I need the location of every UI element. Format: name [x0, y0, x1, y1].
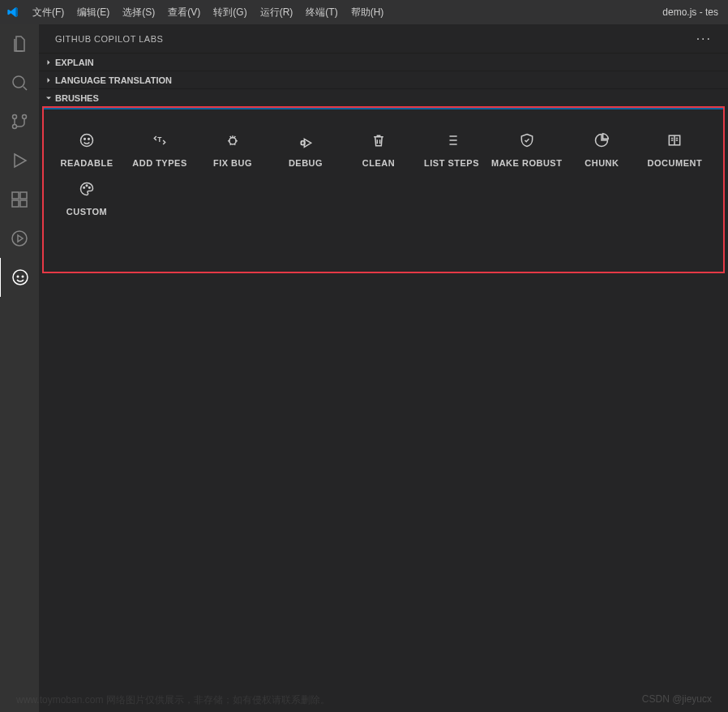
vscode-logo-icon [6, 6, 19, 19]
section-label: EXPLAIN [55, 58, 94, 67]
book-icon [666, 132, 683, 150]
chevron-down-icon [42, 93, 55, 103]
palette-icon [79, 181, 95, 199]
svg-point-9 [13, 270, 28, 285]
bug-icon [225, 132, 241, 150]
svg-point-11 [22, 276, 24, 278]
types-icon: T [152, 132, 168, 150]
svg-rect-6 [20, 200, 27, 207]
title-bar: 文件(F) 编辑(E) 选择(S) 查看(V) 转到(G) 运行(R) 终端(T… [0, 0, 728, 24]
focus-indicator [44, 108, 723, 109]
brush-custom[interactable]: CUSTOM [50, 174, 123, 223]
brush-add-types[interactable]: T ADD TYPES [123, 126, 196, 174]
chevron-right-icon [42, 58, 55, 67]
source-control-icon[interactable] [0, 102, 39, 141]
sidebar-header: GITHUB COPILOT LABS ··· [39, 24, 728, 53]
brush-label: ADD TYPES [132, 158, 186, 168]
brush-label: MAKE ROBUST [491, 158, 562, 168]
window-title: demo.js - tes [662, 6, 722, 18]
svg-point-19 [84, 187, 85, 189]
brush-clean[interactable]: CLEAN [342, 126, 415, 174]
smile-icon [79, 132, 95, 150]
menu-help[interactable]: 帮助(H) [345, 0, 391, 24]
brush-make-robust[interactable]: MAKE ROBUST [488, 126, 565, 174]
brush-document[interactable]: DOCUMENT [638, 126, 711, 174]
svg-point-20 [86, 185, 88, 187]
sidebar-title: GITHUB COPILOT LABS [55, 34, 163, 44]
sidebar: GITHUB COPILOT LABS ··· EXPLAIN LANGUAGE… [39, 24, 728, 712]
svg-point-12 [81, 135, 93, 147]
svg-point-14 [88, 139, 90, 140]
svg-text:T: T [157, 135, 162, 144]
section-explain[interactable]: EXPLAIN [39, 53, 728, 71]
brush-list-steps[interactable]: LIST STEPS [415, 126, 488, 174]
section-brushes[interactable]: BRUSHES [39, 88, 728, 106]
brush-label: LIST STEPS [424, 158, 479, 168]
list-icon [443, 132, 460, 150]
chevron-right-icon [42, 75, 55, 85]
brush-chunk[interactable]: CHUNK [565, 126, 638, 174]
svg-point-3 [13, 125, 17, 129]
more-actions-icon[interactable]: ··· [696, 32, 712, 46]
menu-run[interactable]: 运行(R) [254, 0, 300, 24]
menu-terminal[interactable]: 终端(T) [299, 0, 344, 24]
extensions-icon[interactable] [0, 180, 39, 219]
svg-point-16 [229, 138, 236, 144]
svg-rect-5 [12, 200, 19, 207]
menu-go[interactable]: 转到(G) [207, 0, 253, 24]
menu-view[interactable]: 查看(V) [161, 0, 207, 24]
brush-label: CUSTOM [66, 207, 107, 217]
svg-rect-4 [12, 192, 19, 199]
svg-point-1 [13, 115, 17, 119]
menu-selection[interactable]: 选择(S) [116, 0, 161, 24]
activity-bar [0, 24, 39, 712]
menu-edit[interactable]: 编辑(E) [71, 0, 116, 24]
search-icon[interactable] [0, 63, 39, 102]
run-debug-icon[interactable] [0, 141, 39, 180]
section-label: BRUSHES [55, 93, 99, 103]
brush-label: READABLE [60, 158, 113, 168]
brush-label: DOCUMENT [648, 158, 703, 168]
brush-label: FIX BUG [213, 158, 252, 168]
brush-label: CHUNK [585, 158, 619, 168]
brush-label: CLEAN [362, 158, 395, 168]
brush-debug[interactable]: DEBUG [269, 126, 342, 174]
svg-point-10 [17, 276, 19, 278]
pie-icon [593, 132, 610, 150]
brush-grid: READABLE T ADD TYPES FIX BUG [44, 126, 723, 223]
shield-icon [519, 132, 535, 150]
svg-point-21 [89, 187, 91, 189]
svg-rect-7 [20, 192, 27, 199]
brush-fix-bug[interactable]: FIX BUG [196, 126, 269, 174]
brush-label: DEBUG [289, 158, 323, 168]
menu-file[interactable]: 文件(F) [26, 0, 71, 24]
testing-icon[interactable] [0, 219, 39, 258]
explorer-icon[interactable] [0, 24, 39, 63]
debug-icon [298, 132, 314, 150]
trash-icon [370, 132, 387, 150]
svg-point-2 [23, 115, 27, 119]
copilot-labs-icon[interactable] [0, 258, 38, 297]
brushes-panel: READABLE T ADD TYPES FIX BUG [42, 106, 725, 273]
section-label: LANGUAGE TRANSLATION [55, 75, 172, 85]
brush-readable[interactable]: READABLE [50, 126, 123, 174]
svg-point-13 [84, 139, 86, 140]
svg-point-8 [12, 231, 27, 246]
svg-point-0 [13, 76, 24, 88]
section-language-translation[interactable]: LANGUAGE TRANSLATION [39, 71, 728, 88]
menu-bar: 文件(F) 编辑(E) 选择(S) 查看(V) 转到(G) 运行(R) 终端(T… [26, 0, 390, 24]
